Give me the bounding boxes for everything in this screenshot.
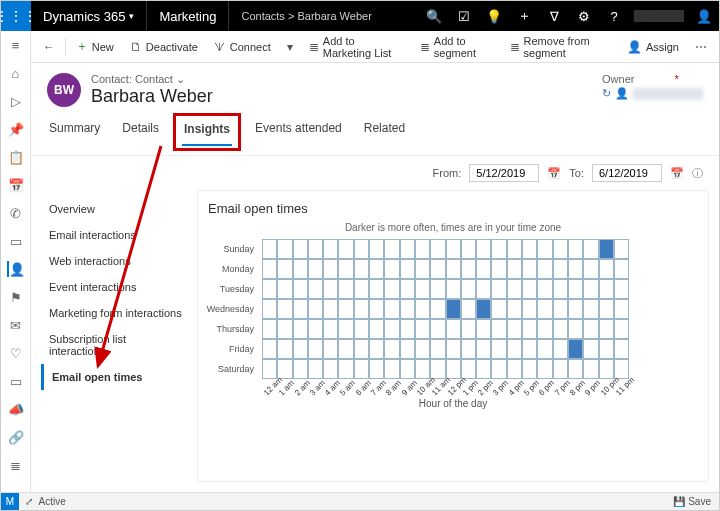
entity-label[interactable]: Contact: Contact ⌄ — [91, 73, 213, 86]
heatmap-cell — [430, 259, 445, 279]
area-name[interactable]: Marketing — [147, 1, 229, 31]
deactivate-button[interactable]: 🗋Deactivate — [124, 35, 204, 59]
overflow-button[interactable]: ⋯ — [689, 35, 713, 59]
to-date-input[interactable] — [592, 164, 662, 182]
link-icon[interactable]: 🔗 — [8, 429, 24, 445]
heatmap-cell — [430, 239, 445, 259]
heatmap-cell — [430, 299, 445, 319]
task-icon[interactable]: ☑ — [449, 1, 479, 31]
home-icon[interactable]: ⌂ — [8, 65, 24, 81]
heatmap-cell — [583, 279, 598, 299]
expand-icon[interactable]: ⤢ — [25, 496, 33, 507]
menu-overview[interactable]: Overview — [41, 196, 191, 222]
new-button[interactable]: ＋New — [70, 35, 120, 59]
flag-icon[interactable]: ⚑ — [8, 289, 24, 305]
heatmap-cell — [599, 279, 614, 299]
add-marketing-list-button[interactable]: ≣Add to Marketing List — [303, 35, 410, 59]
heatmap-cell — [369, 259, 384, 279]
phone-icon[interactable]: ✆ — [8, 205, 24, 221]
heatmap-cell — [369, 339, 384, 359]
assign-button[interactable]: 👤Assign — [621, 35, 685, 59]
tab-summary[interactable]: Summary — [47, 117, 102, 155]
tab-events-attended[interactable]: Events attended — [253, 117, 344, 155]
recent-icon[interactable]: ▷ — [8, 93, 24, 109]
heatmap-cell — [461, 359, 476, 379]
heatmap-cell — [262, 319, 277, 339]
heatmap-cell — [384, 359, 399, 379]
chevron-down-icon: ▾ — [129, 11, 134, 21]
menu-web-interactions[interactable]: Web interactions — [41, 248, 191, 274]
app-launcher-icon[interactable]: ⋮⋮⋮ — [1, 1, 31, 31]
filter-icon[interactable]: ∇ — [539, 1, 569, 31]
heatmap-cell — [476, 339, 491, 359]
heatmap-cell — [262, 359, 277, 379]
calendar-icon[interactable]: 📅 — [670, 167, 684, 180]
heatmap-cell — [293, 319, 308, 339]
help-icon[interactable]: ? — [599, 1, 629, 31]
heatmap-cell — [430, 279, 445, 299]
menu-email-interactions[interactable]: Email interactions — [41, 222, 191, 248]
calendar-icon[interactable]: 📅 — [547, 167, 561, 180]
product-name[interactable]: Dynamics 365▾ — [31, 1, 147, 31]
search-icon[interactable]: 🔍 — [419, 1, 449, 31]
doc-icon[interactable]: ▭ — [8, 233, 24, 249]
heatmap-cell — [354, 259, 369, 279]
list-icon[interactable]: ≣ — [8, 457, 24, 473]
menu-event-interactions[interactable]: Event interactions — [41, 274, 191, 300]
heatmap-chart: SundayMondayTuesdayWednesdayThursdayFrid… — [208, 239, 698, 379]
connect-button[interactable]: ⩛Connect — [208, 35, 277, 59]
heatmap-cell — [507, 259, 522, 279]
remove-segment-button[interactable]: ≣Remove from segment — [504, 35, 617, 59]
tab-related[interactable]: Related — [362, 117, 407, 155]
save-button[interactable]: 💾 Save — [673, 496, 711, 507]
heatmap-cell — [354, 339, 369, 359]
add-icon[interactable]: ＋ — [509, 1, 539, 31]
calendar-icon[interactable]: 📅 — [8, 177, 24, 193]
heatmap-cell — [491, 279, 506, 299]
menu-email-open-times[interactable]: Email open times — [41, 364, 191, 390]
owner-value[interactable]: ↻👤owner — [602, 87, 703, 100]
heatmap-cell — [415, 259, 430, 279]
heatmap-cell — [583, 239, 598, 259]
megaphone-icon[interactable]: 📣 — [8, 401, 24, 417]
heatmap-cell — [553, 359, 568, 379]
org-name: xxxx — [629, 1, 689, 31]
connect-split[interactable]: ▾ — [281, 35, 299, 59]
menu-marketing-form-interactions[interactable]: Marketing form interactions — [41, 300, 191, 326]
card-icon[interactable]: ▭ — [8, 373, 24, 389]
heatmap-cell — [537, 339, 552, 359]
heatmap-cell — [293, 239, 308, 259]
heatmap-cell — [354, 239, 369, 259]
left-nav-rail: ≡ ⌂ ▷ 📌 📋 📅 ✆ ▭ 👤 ⚑ ✉ ♡ ▭ 📣 🔗 ≣ — [1, 31, 31, 492]
add-segment-button[interactable]: ≣Add to segment — [414, 35, 500, 59]
heatmap-cell — [400, 239, 415, 259]
heatmap-hour-label: 12 am — [262, 380, 279, 397]
breadcrumb[interactable]: Contacts > Barbara Weber — [229, 1, 383, 31]
settings-icon[interactable]: ⚙ — [569, 1, 599, 31]
menu-icon[interactable]: ≡ — [8, 37, 24, 53]
clipboard-icon[interactable]: 📋 — [8, 149, 24, 165]
heart-icon[interactable]: ♡ — [8, 345, 24, 361]
heatmap-cell — [369, 359, 384, 379]
tab-details[interactable]: Details — [120, 117, 161, 155]
heatmap-cell — [553, 279, 568, 299]
back-button[interactable]: ← — [37, 35, 61, 59]
contacts-icon[interactable]: 👤 — [7, 261, 23, 277]
tab-insights[interactable]: Insights — [182, 118, 232, 146]
heatmap-cell — [522, 279, 537, 299]
assistant-icon[interactable]: 💡 — [479, 1, 509, 31]
heatmap-cell — [446, 339, 461, 359]
heatmap-cell — [308, 299, 323, 319]
heatmap-cell — [323, 299, 338, 319]
from-date-input[interactable] — [469, 164, 539, 182]
info-icon[interactable]: ⓘ — [692, 166, 703, 181]
menu-subscription-list-interactions[interactable]: Subscription list interactions — [41, 326, 191, 364]
heatmap-cell — [354, 279, 369, 299]
heatmap-cell — [277, 339, 292, 359]
heatmap-cell — [568, 279, 583, 299]
user-avatar-icon[interactable]: 👤 — [689, 1, 719, 31]
app-badge[interactable]: M — [1, 493, 19, 511]
mail-icon[interactable]: ✉ — [8, 317, 24, 333]
pin-icon[interactable]: 📌 — [8, 121, 24, 137]
heatmap-cell — [461, 319, 476, 339]
